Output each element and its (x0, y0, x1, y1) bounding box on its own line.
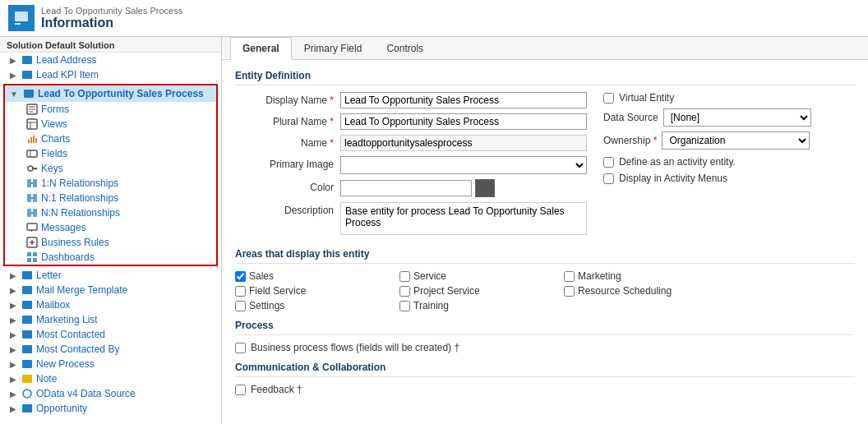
tab-controls[interactable]: Controls (374, 37, 436, 60)
sidebar-item-letter[interactable]: ▶ Letter (0, 268, 221, 283)
color-input[interactable] (340, 180, 472, 196)
most-contacted-icon (21, 329, 33, 340)
area-training: Training (399, 300, 564, 311)
plural-name-label: Plural Name * (235, 113, 334, 127)
fields-icon (26, 148, 38, 159)
entity-definition-title: Entity Definition (235, 70, 855, 85)
expand-odata: ▶ (10, 389, 16, 399)
expand-most-contacted-by: ▶ (10, 345, 16, 354)
expand-icon: ▶ (10, 56, 16, 65)
header-svg-icon (13, 10, 30, 26)
most-contacted-by-icon (21, 343, 33, 355)
svg-rect-37 (27, 258, 31, 262)
comm-collab-title: Communication & Collaboration (235, 362, 855, 377)
area-service-checkbox[interactable] (399, 271, 410, 282)
entity-kpi-icon (21, 69, 33, 81)
expand-mailbox: ▶ (10, 301, 16, 310)
entity-small-icon (21, 54, 33, 66)
area-marketing-checkbox[interactable] (564, 271, 575, 282)
description-textarea[interactable]: Base entity for process Lead To Opportun… (340, 202, 587, 235)
color-swatch[interactable] (475, 179, 495, 197)
svg-point-47 (23, 389, 31, 398)
area-resource-scheduling-checkbox[interactable] (564, 286, 575, 297)
group-header-lead-opportunity[interactable]: ▼ Lead To Opportunity Sales Process (5, 85, 216, 102)
tab-general[interactable]: General (230, 37, 292, 60)
sidebar-item-dashboards[interactable]: Dashboards (12, 250, 216, 265)
sidebar-section-label: Solution Default Solution (0, 37, 221, 53)
primary-image-select[interactable] (340, 156, 587, 174)
define-activity-row: Define as an activity entity. (603, 156, 855, 168)
group-items: Forms Views Charts Fields Keys (5, 102, 216, 265)
sidebar-item-new-process[interactable]: ▶ New Process (0, 357, 221, 371)
sidebar-item-lead-kpi[interactable]: ▶ Lead KPI Item (0, 67, 221, 82)
plural-name-input[interactable] (340, 113, 587, 130)
display-name-input[interactable] (340, 92, 587, 108)
sidebar-item-most-contacted-by[interactable]: ▶ Most Contacted By (0, 342, 221, 357)
letter-icon (21, 270, 33, 281)
area-project-service-label: Project Service (413, 285, 480, 297)
area-project-service-checkbox[interactable] (399, 286, 410, 297)
sidebar-item-messages[interactable]: Messages (12, 220, 216, 235)
tabs-bar: General Primary Field Controls (222, 37, 868, 60)
svg-rect-16 (27, 150, 37, 157)
feedback-checkbox[interactable] (235, 385, 246, 395)
sidebar-item-business-rules[interactable]: Business Rules (12, 235, 216, 250)
business-process-checkbox[interactable] (235, 343, 246, 353)
sidebar-item-keys[interactable]: Keys (12, 161, 216, 176)
area-field-service-checkbox[interactable] (235, 286, 246, 297)
display-activity-row: Display in Activity Menus (603, 173, 855, 184)
required-star: * (330, 94, 334, 106)
sidebar-item-lead-kpi-label: Lead KPI Item (36, 69, 99, 81)
group-header-label: Lead To Opportunity Sales Process (38, 88, 204, 99)
opportunity-icon (21, 403, 33, 414)
1n-label: 1:N Relationships (41, 177, 118, 189)
svg-rect-44 (22, 345, 32, 353)
sidebar-item-n1[interactable]: N:1 Relationships (12, 191, 216, 205)
sidebar-item-mailbox[interactable]: ▶ Mailbox (0, 297, 221, 312)
odata-label: OData v4 Data Source (36, 388, 136, 399)
ownership-select[interactable]: Organization (662, 131, 810, 150)
tab-primary-field[interactable]: Primary Field (292, 37, 375, 60)
sidebar-item-opportunity[interactable]: ▶ Opportunity (0, 401, 221, 416)
area-sales-checkbox[interactable] (235, 271, 246, 282)
sidebar-item-nn[interactable]: N:N Relationships (12, 205, 216, 220)
primary-image-label: Primary Image (235, 156, 334, 170)
sidebar-item-charts[interactable]: Charts (12, 131, 216, 146)
sidebar-item-lead-address[interactable]: ▶ Lead Address (0, 53, 221, 67)
sidebar-item-views[interactable]: Views (12, 117, 216, 131)
sidebar-item-fields[interactable]: Fields (12, 146, 216, 161)
sidebar-item-forms[interactable]: Forms (12, 102, 216, 117)
mail-merge-icon (21, 284, 33, 296)
data-source-row: Data Source [None] (603, 108, 855, 127)
sidebar-item-marketing-list[interactable]: ▶ Marketing List (0, 312, 221, 327)
dashboards-icon (26, 251, 38, 263)
business-process-item: Business process flows (fields will be c… (235, 342, 855, 353)
display-name-label: Display Name * (235, 92, 334, 106)
sidebar-item-lead-address-label: Lead Address (36, 54, 96, 66)
area-training-checkbox[interactable] (399, 301, 410, 311)
svg-rect-30 (27, 224, 37, 230)
svg-rect-3 (22, 71, 32, 79)
sidebar-item-odata[interactable]: ▶ OData v4 Data Source (0, 386, 221, 401)
area-settings-checkbox[interactable] (235, 301, 246, 311)
virtual-entity-checkbox[interactable] (603, 93, 614, 104)
expand-most-contacted: ▶ (10, 330, 16, 339)
data-source-select[interactable]: [None] (663, 108, 811, 127)
expand-new-process: ▶ (10, 360, 16, 369)
sidebar-item-note[interactable]: ▶ Note (0, 371, 221, 386)
data-source-label: Data Source (603, 112, 658, 123)
header: Lead To Opportunity Sales Process Inform… (0, 0, 868, 37)
display-name-row: Display Name * (235, 92, 587, 108)
area-settings-label: Settings (249, 300, 284, 311)
sidebar-item-1n[interactable]: 1:N Relationships (12, 176, 216, 191)
n1-label: N:1 Relationships (41, 192, 118, 204)
sidebar-item-most-contacted[interactable]: ▶ Most Contacted (0, 327, 221, 342)
expand-marketing: ▶ (10, 316, 16, 325)
define-activity-checkbox[interactable] (603, 157, 614, 168)
sidebar-item-mail-merge[interactable]: ▶ Mail Merge Template (0, 283, 221, 297)
keys-icon (26, 163, 38, 174)
name-input[interactable] (340, 135, 587, 151)
entity-icon (8, 5, 35, 31)
display-activity-checkbox[interactable] (603, 173, 614, 184)
expand-mail: ▶ (10, 286, 16, 295)
